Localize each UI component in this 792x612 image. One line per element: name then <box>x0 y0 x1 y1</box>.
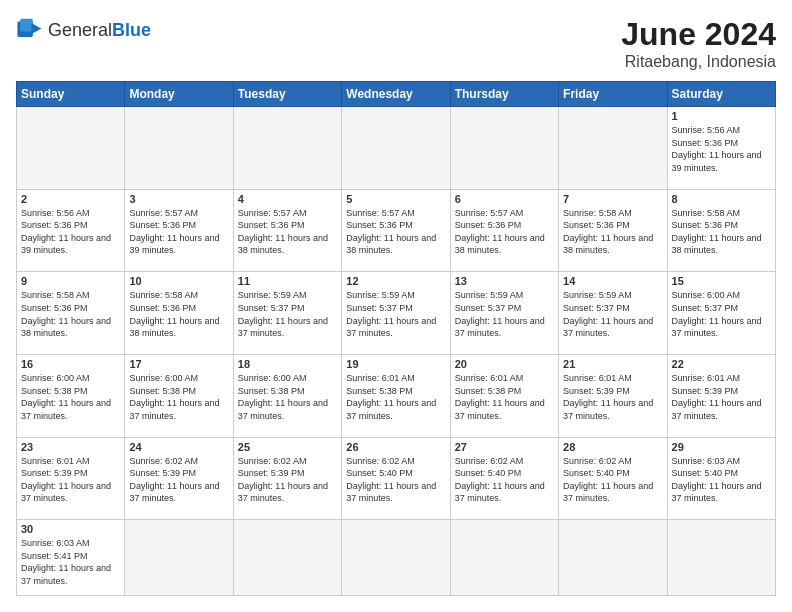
day-info: Sunrise: 6:01 AM Sunset: 5:39 PM Dayligh… <box>563 372 662 422</box>
calendar-cell: 4Sunrise: 5:57 AM Sunset: 5:36 PM Daylig… <box>233 189 341 272</box>
calendar-cell <box>125 520 233 596</box>
day-number: 17 <box>129 358 228 370</box>
calendar-cell <box>17 107 125 190</box>
day-number: 3 <box>129 193 228 205</box>
calendar-cell: 20Sunrise: 6:01 AM Sunset: 5:38 PM Dayli… <box>450 354 558 437</box>
calendar-cell: 2Sunrise: 5:56 AM Sunset: 5:36 PM Daylig… <box>17 189 125 272</box>
day-number: 13 <box>455 275 554 287</box>
calendar-week-5: 30Sunrise: 6:03 AM Sunset: 5:41 PM Dayli… <box>17 520 776 596</box>
day-info: Sunrise: 5:57 AM Sunset: 5:36 PM Dayligh… <box>455 207 554 257</box>
header-monday: Monday <box>125 82 233 107</box>
svg-marker-2 <box>31 23 41 34</box>
calendar-cell <box>559 520 667 596</box>
calendar-cell: 3Sunrise: 5:57 AM Sunset: 5:36 PM Daylig… <box>125 189 233 272</box>
day-info: Sunrise: 6:02 AM Sunset: 5:40 PM Dayligh… <box>346 455 445 505</box>
day-info: Sunrise: 6:00 AM Sunset: 5:37 PM Dayligh… <box>672 289 771 339</box>
day-number: 30 <box>21 523 120 535</box>
calendar-cell: 6Sunrise: 5:57 AM Sunset: 5:36 PM Daylig… <box>450 189 558 272</box>
day-number: 19 <box>346 358 445 370</box>
day-number: 28 <box>563 441 662 453</box>
calendar-cell: 26Sunrise: 6:02 AM Sunset: 5:40 PM Dayli… <box>342 437 450 520</box>
day-info: Sunrise: 6:01 AM Sunset: 5:39 PM Dayligh… <box>21 455 120 505</box>
title-block: June 2024 Ritaebang, Indonesia <box>621 16 776 71</box>
day-info: Sunrise: 6:01 AM Sunset: 5:38 PM Dayligh… <box>455 372 554 422</box>
calendar-cell <box>667 520 775 596</box>
calendar-week-4: 23Sunrise: 6:01 AM Sunset: 5:39 PM Dayli… <box>17 437 776 520</box>
day-number: 7 <box>563 193 662 205</box>
day-info: Sunrise: 5:56 AM Sunset: 5:36 PM Dayligh… <box>672 124 771 174</box>
calendar-title: June 2024 <box>621 16 776 53</box>
calendar-cell: 13Sunrise: 5:59 AM Sunset: 5:37 PM Dayli… <box>450 272 558 355</box>
day-number: 26 <box>346 441 445 453</box>
day-number: 23 <box>21 441 120 453</box>
calendar-cell <box>559 107 667 190</box>
calendar-cell: 22Sunrise: 6:01 AM Sunset: 5:39 PM Dayli… <box>667 354 775 437</box>
calendar-cell <box>342 107 450 190</box>
day-info: Sunrise: 5:59 AM Sunset: 5:37 PM Dayligh… <box>455 289 554 339</box>
day-number: 2 <box>21 193 120 205</box>
page: GeneralBlue June 2024 Ritaebang, Indones… <box>0 0 792 612</box>
calendar-cell <box>450 520 558 596</box>
header-sunday: Sunday <box>17 82 125 107</box>
header-saturday: Saturday <box>667 82 775 107</box>
calendar-subtitle: Ritaebang, Indonesia <box>621 53 776 71</box>
calendar-week-1: 2Sunrise: 5:56 AM Sunset: 5:36 PM Daylig… <box>17 189 776 272</box>
calendar-cell: 18Sunrise: 6:00 AM Sunset: 5:38 PM Dayli… <box>233 354 341 437</box>
calendar-cell: 25Sunrise: 6:02 AM Sunset: 5:39 PM Dayli… <box>233 437 341 520</box>
day-info: Sunrise: 6:02 AM Sunset: 5:40 PM Dayligh… <box>455 455 554 505</box>
header-tuesday: Tuesday <box>233 82 341 107</box>
calendar-cell: 14Sunrise: 5:59 AM Sunset: 5:37 PM Dayli… <box>559 272 667 355</box>
day-info: Sunrise: 5:59 AM Sunset: 5:37 PM Dayligh… <box>346 289 445 339</box>
day-number: 22 <box>672 358 771 370</box>
calendar-cell: 27Sunrise: 6:02 AM Sunset: 5:40 PM Dayli… <box>450 437 558 520</box>
day-number: 10 <box>129 275 228 287</box>
calendar-cell: 24Sunrise: 6:02 AM Sunset: 5:39 PM Dayli… <box>125 437 233 520</box>
calendar-cell: 17Sunrise: 6:00 AM Sunset: 5:38 PM Dayli… <box>125 354 233 437</box>
calendar-week-3: 16Sunrise: 6:00 AM Sunset: 5:38 PM Dayli… <box>17 354 776 437</box>
day-number: 16 <box>21 358 120 370</box>
day-info: Sunrise: 5:58 AM Sunset: 5:36 PM Dayligh… <box>129 289 228 339</box>
calendar-cell: 21Sunrise: 6:01 AM Sunset: 5:39 PM Dayli… <box>559 354 667 437</box>
day-info: Sunrise: 5:57 AM Sunset: 5:36 PM Dayligh… <box>346 207 445 257</box>
calendar-cell: 23Sunrise: 6:01 AM Sunset: 5:39 PM Dayli… <box>17 437 125 520</box>
day-number: 21 <box>563 358 662 370</box>
day-number: 9 <box>21 275 120 287</box>
day-info: Sunrise: 6:03 AM Sunset: 5:41 PM Dayligh… <box>21 537 120 587</box>
day-info: Sunrise: 6:00 AM Sunset: 5:38 PM Dayligh… <box>21 372 120 422</box>
calendar-week-0: 1Sunrise: 5:56 AM Sunset: 5:36 PM Daylig… <box>17 107 776 190</box>
calendar-cell: 16Sunrise: 6:00 AM Sunset: 5:38 PM Dayli… <box>17 354 125 437</box>
calendar-cell: 28Sunrise: 6:02 AM Sunset: 5:40 PM Dayli… <box>559 437 667 520</box>
logo-text: GeneralBlue <box>48 20 151 41</box>
logo-icon <box>16 16 44 44</box>
day-number: 12 <box>346 275 445 287</box>
day-info: Sunrise: 6:02 AM Sunset: 5:39 PM Dayligh… <box>238 455 337 505</box>
calendar-cell: 15Sunrise: 6:00 AM Sunset: 5:37 PM Dayli… <box>667 272 775 355</box>
day-number: 14 <box>563 275 662 287</box>
day-info: Sunrise: 5:58 AM Sunset: 5:36 PM Dayligh… <box>21 289 120 339</box>
day-number: 29 <box>672 441 771 453</box>
day-number: 20 <box>455 358 554 370</box>
day-info: Sunrise: 6:02 AM Sunset: 5:40 PM Dayligh… <box>563 455 662 505</box>
day-info: Sunrise: 5:58 AM Sunset: 5:36 PM Dayligh… <box>563 207 662 257</box>
day-info: Sunrise: 5:57 AM Sunset: 5:36 PM Dayligh… <box>129 207 228 257</box>
day-number: 6 <box>455 193 554 205</box>
weekday-header-row: Sunday Monday Tuesday Wednesday Thursday… <box>17 82 776 107</box>
calendar-cell: 1Sunrise: 5:56 AM Sunset: 5:36 PM Daylig… <box>667 107 775 190</box>
calendar-cell: 12Sunrise: 5:59 AM Sunset: 5:37 PM Dayli… <box>342 272 450 355</box>
day-number: 15 <box>672 275 771 287</box>
calendar-cell <box>450 107 558 190</box>
header-wednesday: Wednesday <box>342 82 450 107</box>
day-info: Sunrise: 5:59 AM Sunset: 5:37 PM Dayligh… <box>563 289 662 339</box>
calendar-table: Sunday Monday Tuesday Wednesday Thursday… <box>16 81 776 596</box>
day-info: Sunrise: 5:57 AM Sunset: 5:36 PM Dayligh… <box>238 207 337 257</box>
calendar-cell <box>125 107 233 190</box>
day-number: 1 <box>672 110 771 122</box>
calendar-cell: 29Sunrise: 6:03 AM Sunset: 5:40 PM Dayli… <box>667 437 775 520</box>
day-number: 8 <box>672 193 771 205</box>
calendar-cell: 10Sunrise: 5:58 AM Sunset: 5:36 PM Dayli… <box>125 272 233 355</box>
day-info: Sunrise: 5:58 AM Sunset: 5:36 PM Dayligh… <box>672 207 771 257</box>
calendar-cell: 7Sunrise: 5:58 AM Sunset: 5:36 PM Daylig… <box>559 189 667 272</box>
calendar-cell <box>233 520 341 596</box>
day-info: Sunrise: 5:59 AM Sunset: 5:37 PM Dayligh… <box>238 289 337 339</box>
day-info: Sunrise: 6:00 AM Sunset: 5:38 PM Dayligh… <box>238 372 337 422</box>
